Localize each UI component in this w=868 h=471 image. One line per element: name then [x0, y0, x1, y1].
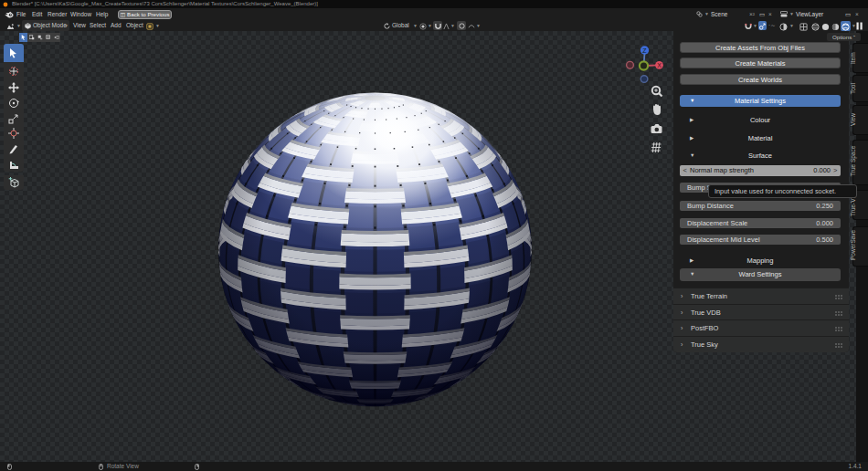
svg-text:X: X [657, 62, 662, 68]
svg-text:Z: Z [642, 47, 647, 54]
